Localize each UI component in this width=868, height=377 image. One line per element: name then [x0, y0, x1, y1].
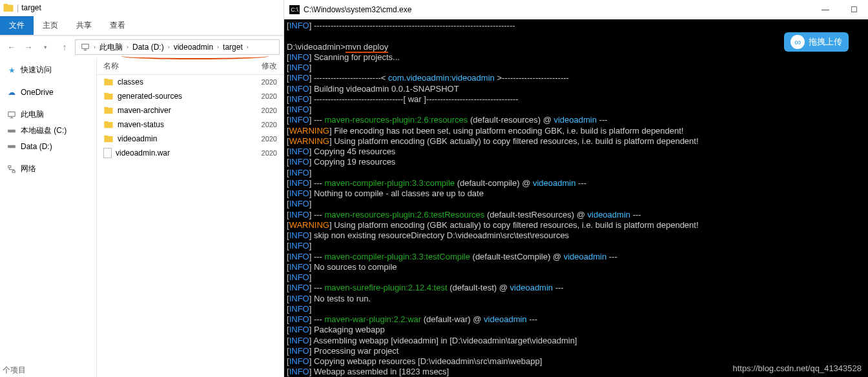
cloud-icon: ☁	[6, 87, 17, 97]
file-list: 名称 修改 classes2020generated-sources2020ma…	[97, 58, 284, 377]
up-button[interactable]: ↑	[57, 39, 72, 55]
sidebar-label: 此电脑	[21, 109, 44, 120]
sidebar-item-localc[interactable]: 本地磁盘 (C:)	[0, 123, 96, 139]
svg-rect-2	[8, 129, 16, 132]
folder-icon	[103, 105, 114, 116]
file-icon	[103, 148, 112, 158]
list-header[interactable]: 名称 修改	[97, 58, 284, 75]
upload-button[interactable]: ∞ 拖拽上传	[784, 32, 849, 52]
cmd-output[interactable]: [INFO] ---------------------------------…	[284, 19, 868, 377]
file-name: maven-archiver	[118, 106, 258, 115]
network-icon	[6, 164, 17, 174]
svg-rect-1	[8, 112, 16, 116]
minimize-button[interactable]: —	[811, 0, 840, 19]
file-row[interactable]: generated-sources2020	[97, 89, 284, 103]
status-text: 个项目	[3, 365, 26, 376]
file-name: videoadmin.war	[116, 148, 258, 158]
folder-icon	[103, 119, 114, 130]
breadcrumb-seg[interactable]: 此电脑	[96, 42, 127, 53]
file-name: classes	[118, 77, 258, 87]
ribbon-tabs: 文件 主页 共享 查看	[0, 15, 284, 35]
chevron-icon: ›	[247, 44, 249, 50]
disk-icon	[6, 126, 17, 136]
file-date: 2020	[262, 121, 277, 128]
breadcrumb-seg[interactable]: Data (D:)	[129, 43, 168, 52]
sidebar-item-network[interactable]: 网络	[0, 161, 96, 177]
window-controls: — ☐	[811, 0, 868, 19]
maximize-button[interactable]: ☐	[840, 0, 868, 19]
cmd-title-bar: C:\ C:\Windows\system32\cmd.exe — ☐	[284, 0, 868, 19]
breadcrumb-seg[interactable]: videoadmin	[170, 43, 217, 52]
tab-share[interactable]: 共享	[67, 16, 101, 35]
cmd-window: C:\ C:\Windows\system32\cmd.exe — ☐ [INF…	[284, 0, 868, 377]
pc-icon	[6, 110, 17, 120]
svg-rect-3	[8, 145, 16, 148]
svg-rect-0	[82, 44, 89, 48]
col-name[interactable]: 名称	[103, 61, 262, 72]
nav-arrows: ← → ▾ ↑	[4, 39, 72, 55]
folder-icon	[103, 91, 114, 101]
file-explorer-window: | target 文件 主页 共享 查看 ← → ▾ ↑ › 此电脑 › Dat…	[0, 0, 284, 377]
sidebar-item-quick[interactable]: ★ 快速访问	[0, 62, 96, 78]
sidebar-label: 快速访问	[21, 65, 52, 76]
file-row[interactable]: maven-archiver2020	[97, 103, 284, 117]
file-date: 2020	[262, 135, 277, 143]
file-row[interactable]: videoadmin2020	[97, 132, 284, 146]
disk-icon	[6, 141, 17, 152]
star-icon: ★	[6, 65, 17, 76]
cmd-icon: C:\	[289, 5, 300, 14]
cmd-title-text: C:\Windows\system32\cmd.exe	[304, 5, 411, 14]
pc-icon[interactable]	[77, 43, 94, 52]
breadcrumb[interactable]: › 此电脑 › Data (D:) › videoadmin › target …	[75, 39, 280, 55]
tab-home[interactable]: 主页	[34, 16, 67, 35]
folder-icon	[3, 2, 14, 14]
explorer-title-bar: | target	[0, 0, 284, 15]
col-modified[interactable]: 修改	[262, 61, 277, 72]
breadcrumb-seg[interactable]: target	[219, 43, 247, 52]
svg-rect-4	[8, 165, 11, 167]
folder-icon	[103, 77, 114, 87]
upload-label: 拖拽上传	[809, 36, 842, 48]
sidebar-label: 网络	[21, 163, 36, 174]
tab-view[interactable]: 查看	[101, 16, 134, 35]
nav-sidebar: ★ 快速访问 ☁ OneDrive 此电脑 本地磁盘 (C:)	[0, 58, 97, 377]
sidebar-label: OneDrive	[21, 88, 54, 97]
separator-icon: |	[17, 3, 19, 12]
file-name: videoadmin	[118, 134, 258, 143]
svg-rect-5	[12, 170, 15, 172]
window-title: target	[21, 3, 41, 12]
file-date: 2020	[262, 107, 277, 114]
dropdown-icon[interactable]: ▾	[37, 39, 53, 55]
sidebar-label: Data (D:)	[21, 142, 52, 151]
sidebar-label: 本地磁盘 (C:)	[21, 125, 67, 136]
file-row[interactable]: videoadmin.war2020	[97, 146, 284, 160]
file-date: 2020	[262, 149, 277, 157]
file-row[interactable]: classes2020	[97, 75, 284, 89]
file-row[interactable]: maven-status2020	[97, 117, 284, 132]
tab-file[interactable]: 文件	[0, 16, 34, 35]
sidebar-item-datad[interactable]: Data (D:)	[0, 139, 96, 154]
sidebar-item-onedrive[interactable]: ☁ OneDrive	[0, 85, 96, 100]
watermark-text: https://blog.csdn.net/qq_41343528	[733, 363, 862, 373]
forward-button[interactable]: →	[21, 39, 36, 55]
file-date: 2020	[262, 78, 277, 86]
address-bar: ← → ▾ ↑ › 此电脑 › Data (D:) › videoadmin ›…	[0, 36, 284, 58]
link-icon: ∞	[790, 35, 805, 49]
file-name: generated-sources	[118, 92, 258, 101]
folder-icon	[103, 134, 114, 144]
file-date: 2020	[262, 92, 277, 100]
back-button[interactable]: ←	[4, 39, 19, 55]
sidebar-item-thispc[interactable]: 此电脑	[0, 107, 96, 123]
file-name: maven-status	[118, 120, 258, 129]
explorer-content: ★ 快速访问 ☁ OneDrive 此电脑 本地磁盘 (C:)	[0, 58, 284, 377]
